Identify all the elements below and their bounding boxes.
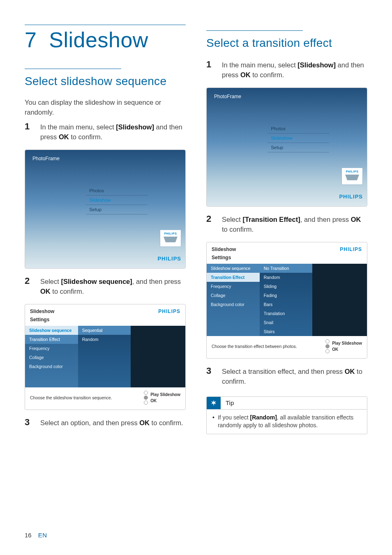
ss-title: PhotoFrame (25, 150, 185, 167)
philips-logo: PHILIPS (158, 309, 180, 314)
step-text: In the main menu, select [Slideshow] and… (40, 122, 186, 142)
step-number: 2 (25, 276, 33, 301)
ss-sub-header: Settings (25, 317, 185, 326)
ss-body: Slideshow sequence Transition Effect Fre… (25, 326, 185, 387)
tip-header: Tip (207, 397, 367, 409)
section-title: Select slideshow sequence (25, 75, 186, 88)
ss-control-label: Play Slideshow (150, 392, 180, 397)
ss-menu-list: Photos Slideshow Setup (267, 124, 329, 152)
section-title: Select a transition effect (206, 37, 367, 50)
left-column: 7 Slideshow Select slideshow sequence Yo… (25, 25, 186, 435)
tip-label: Tip (226, 399, 234, 406)
chapter-title: 7 Slideshow (25, 28, 186, 52)
dot-icon (144, 401, 148, 405)
ss-value-item-selected: Sequential (78, 326, 131, 335)
chapter-number: 7 (25, 28, 37, 52)
ss-sub-header: Settings (207, 255, 367, 264)
ss-list-item-selected: Slideshow sequence (25, 326, 78, 335)
dpad-icon (325, 339, 330, 353)
page-footer: 16 EN (25, 532, 47, 539)
ss-control-label: Play Slideshow (332, 341, 362, 345)
ss-control-labels: Play Slideshow OK (150, 392, 180, 403)
ss-value-item: Bars (260, 300, 313, 309)
ss-preview-pane (312, 264, 367, 336)
dot-icon (144, 396, 148, 400)
badge-shape-icon (164, 237, 178, 242)
dot-icon (325, 339, 330, 343)
tip-bullet: If you select [Random], all available tr… (212, 414, 361, 430)
ss-header: Slideshow PHILIPS (207, 242, 367, 255)
tip-box: Tip If you select [Random], all availabl… (206, 396, 367, 434)
ss-controls: Play Slideshow OK (144, 391, 180, 405)
ss-head-title: Slideshow (212, 246, 236, 252)
philips-badge-icon: PHILIPS (341, 168, 363, 185)
step-text: Select an option, and then press OK to c… (40, 418, 183, 428)
ss-list-item: Collage (25, 353, 78, 362)
ss-settings-list: Slideshow sequence Transition Effect Fre… (25, 326, 78, 387)
dot-icon (325, 349, 330, 353)
step-number: 3 (25, 417, 33, 432)
page-language: EN (38, 532, 47, 539)
ss-menu-item: Photos (86, 186, 148, 196)
badge-text: PHILIPS (346, 170, 359, 173)
ss-menu-item: Setup (267, 143, 329, 152)
step-text: In the main menu, select [Slideshow] and… (222, 60, 367, 80)
ss-controls: Play Slideshow OK (325, 339, 362, 353)
badge-shape-icon (345, 175, 359, 180)
step-1: 1 In the main menu, select [Slideshow] a… (206, 60, 367, 84)
ss-value-item: Snail (260, 318, 313, 327)
ss-hint-text: Choose the slideshow transition sequence… (30, 395, 112, 400)
ss-settings-list: Slideshow sequence Transition Effect Fre… (207, 264, 260, 336)
tip-text: If you select [Random], all available tr… (218, 414, 361, 430)
ss-list-item: Frequency (25, 344, 78, 353)
step-3: 3 Select an option, and then press OK to… (25, 417, 186, 432)
ss-list-item: Background color (207, 300, 260, 309)
chapter-rule (25, 25, 186, 25)
intro-text: You can display the slideshow in sequenc… (25, 98, 186, 117)
ss-body: Slideshow sequence Transition Effect Fre… (207, 264, 367, 336)
ss-menu-list: Photos Slideshow Setup (86, 186, 148, 214)
ss-value-item-selected: No Transition (260, 264, 313, 273)
ss-list-item: Transition Effect (25, 335, 78, 344)
ss-values-list: No Transition Random Sliding Fading Bars… (260, 264, 313, 336)
tip-body: If you select [Random], all available tr… (207, 409, 367, 434)
ss-footer: Choose the slideshow transition sequence… (25, 387, 185, 410)
step-2: 2 Select [Slideshow sequence], and then … (25, 276, 186, 301)
screenshot-settings-sequence: Slideshow PHILIPS Settings Slideshow seq… (25, 304, 186, 410)
philips-logo: PHILIPS (339, 193, 363, 200)
screenshot-main-menu: PhotoFrame Photos Slideshow Setup PHILIP… (25, 150, 186, 269)
philips-logo: PHILIPS (340, 246, 362, 252)
section-rule (206, 30, 303, 31)
ss-menu-item: Photos (267, 124, 329, 134)
screenshot-settings-transition: Slideshow PHILIPS Settings Slideshow seq… (206, 242, 367, 359)
step-2: 2 Select [Transition Effect], and then p… (206, 214, 367, 239)
ss-menu-item: Setup (86, 205, 148, 214)
step-text: Select a transition effect, and then pre… (222, 367, 367, 387)
step-3: 3 Select a transition effect, and then p… (206, 366, 367, 391)
ss-control-label: OK (150, 398, 180, 403)
badge-text: PHILIPS (164, 232, 177, 235)
dot-icon (144, 391, 148, 395)
step-text: Select [Transition Effect], and then pre… (222, 215, 367, 235)
ss-menu-item-selected: Slideshow (267, 134, 329, 143)
ss-list-item: Background color (25, 362, 78, 371)
page-number: 16 (25, 532, 32, 539)
step-text: Select [Slideshow sequence], and then pr… (40, 277, 186, 297)
philips-badge-icon: PHILIPS (160, 230, 181, 247)
ss-header: Slideshow PHILIPS (25, 304, 185, 317)
ss-head-title: Slideshow (30, 309, 54, 314)
two-column-layout: 7 Slideshow Select slideshow sequence Yo… (25, 25, 367, 435)
step-number: 2 (206, 214, 214, 239)
ss-value-item: Fading (260, 291, 313, 300)
chapter-name: Slideshow (49, 28, 148, 52)
step-number: 1 (206, 60, 214, 84)
section-rule (25, 69, 121, 69)
step-number: 1 (25, 122, 33, 146)
ss-control-label: OK (332, 347, 362, 352)
ss-value-item: Sliding (260, 282, 313, 291)
ss-hint-text: Choose the transition effect between pho… (212, 344, 297, 349)
screenshot-main-menu: PhotoFrame Photos Slideshow Setup PHILIP… (206, 88, 367, 207)
asterisk-icon (207, 397, 221, 409)
ss-value-item: Random (260, 273, 313, 282)
ss-value-item: Translation (260, 309, 313, 318)
